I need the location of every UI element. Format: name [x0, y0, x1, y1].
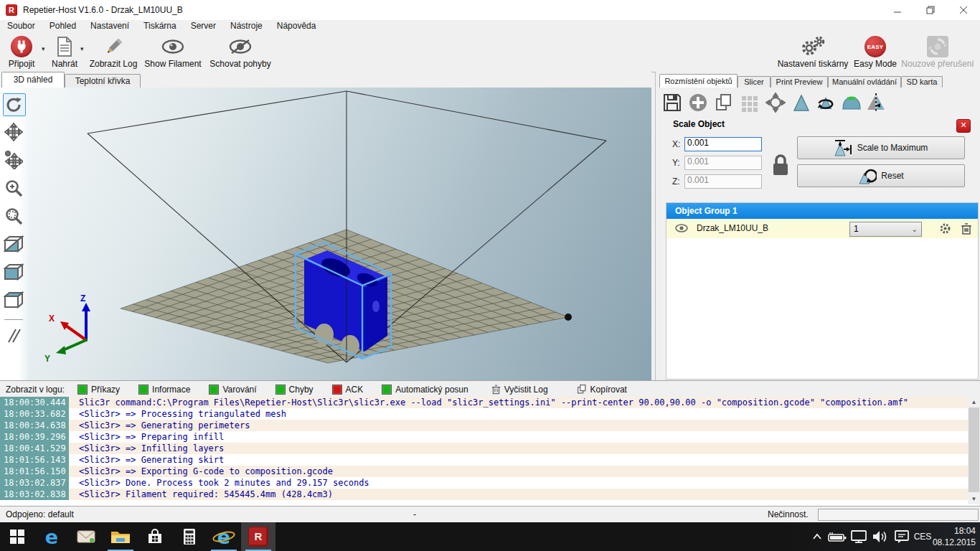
start-button[interactable] [0, 522, 34, 551]
show-filament-button[interactable]: Show Filament [142, 35, 204, 70]
log-filter-toggle[interactable]: Chyby [275, 385, 314, 395]
scroll-down-icon[interactable]: ▼ [968, 494, 980, 504]
restore-button[interactable] [914, 0, 947, 20]
log-filter-toggle[interactable]: ACK [332, 385, 364, 395]
taskbar-mail[interactable] [69, 522, 103, 551]
tab-slicer[interactable]: Slicer [738, 76, 771, 88]
load-dropdown-arrow[interactable]: ▾ [80, 45, 84, 52]
tray-clock[interactable]: 18:04 08.12.2015 [921, 525, 976, 548]
top-view-icon [4, 291, 24, 309]
menu-pohled[interactable]: Pohled [42, 20, 83, 32]
scrollbar-thumb[interactable] [969, 408, 979, 492]
tray-volume[interactable] [870, 522, 891, 551]
tab-print-preview[interactable]: Print Preview [771, 76, 828, 88]
scale-to-maximum-button[interactable]: Scale to Maximum [797, 136, 965, 159]
tab-temperature-curve[interactable]: Teplotní křivka [65, 74, 141, 88]
hide-travel-button[interactable]: Schovat pohyby [205, 35, 275, 70]
autoposition-button[interactable] [739, 92, 760, 113]
rotate-view-button[interactable] [3, 93, 26, 116]
parallel-projection-button[interactable] [3, 325, 24, 347]
move-object-button[interactable] [3, 149, 24, 171]
log-filter-toggle[interactable]: Informace [138, 385, 190, 395]
object-group-header[interactable]: Object Group 1 [666, 203, 978, 219]
object-delete-trash-icon[interactable] [961, 222, 972, 237]
taskbar-edge[interactable]: e [34, 522, 69, 551]
close-button[interactable] [947, 0, 980, 20]
scroll-up-icon[interactable]: ▲ [968, 397, 980, 408]
taskbar-repetier-host[interactable]: R [241, 522, 275, 551]
object-count-select[interactable]: 1 ⌄ [849, 222, 922, 237]
log-filter-toggle[interactable]: Varování [209, 385, 256, 395]
isometric-view-button[interactable] [3, 233, 24, 255]
taskbar-file-explorer[interactable] [103, 522, 138, 551]
filter-checkbox[interactable] [209, 385, 219, 395]
taskbar-internet-explorer[interactable]: e [207, 522, 241, 551]
menu-napoveda[interactable]: Nápověda [270, 20, 324, 32]
copy-icon [577, 384, 587, 395]
front-view-button[interactable] [3, 261, 24, 283]
scale-y-input[interactable]: 0.001 [684, 156, 762, 170]
load-button[interactable]: Nahrát [47, 35, 82, 70]
menu-soubor[interactable]: Soubor [0, 20, 42, 32]
log-scrollbar[interactable]: ▲ ▼ [968, 397, 980, 504]
log-message: Slic3r command:C:\Program Files\Repetier… [79, 397, 908, 408]
tab-object-placement[interactable]: Rozmístění objektů [659, 74, 738, 88]
menu-tiskarna[interactable]: Tiskárna [136, 20, 184, 32]
object-visibility-eye-icon[interactable] [675, 223, 688, 236]
filter-checkbox[interactable] [382, 385, 392, 395]
save-button[interactable] [661, 92, 683, 113]
add-object-button[interactable] [687, 92, 709, 113]
axis-x-label: X [49, 314, 55, 324]
log-timestamp: 18:01:56.143 [0, 454, 69, 466]
easy-mode-button[interactable]: EASY Easy Mode [854, 35, 897, 70]
taskbar-store[interactable] [138, 522, 172, 551]
log-filter-toggle[interactable]: Automatický posun [382, 385, 468, 395]
tab-3d-view[interactable]: 3D náhled [1, 72, 65, 88]
printer-settings-button[interactable]: Nastavení tiskárny [776, 35, 849, 70]
plug-icon [11, 36, 32, 57]
connect-dropdown-arrow[interactable]: ▾ [42, 45, 45, 52]
restore-icon [926, 6, 935, 14]
tray-battery[interactable] [826, 522, 848, 551]
clear-log-button[interactable]: Vyčistit Log [491, 384, 548, 395]
tab-sd-card[interactable]: SD karta [901, 76, 943, 88]
filter-checkbox[interactable] [275, 385, 286, 395]
center-object-button[interactable] [765, 92, 786, 113]
tray-chevron[interactable] [808, 522, 826, 551]
fit-view-button[interactable] [3, 205, 24, 227]
tray-action-center[interactable] [891, 522, 913, 551]
rotate-object-button[interactable] [815, 92, 837, 113]
minimize-button[interactable] [881, 0, 914, 20]
lay-flat-button[interactable] [841, 92, 862, 113]
filter-checkbox[interactable] [138, 385, 149, 395]
taskbar-calculator[interactable] [172, 522, 207, 551]
scale-panel-close-button[interactable]: ✕ [956, 119, 971, 133]
connect-button[interactable]: Připojit [1, 35, 42, 70]
lock-aspect-button[interactable] [771, 152, 791, 181]
mirror-object-button[interactable] [865, 92, 887, 113]
filter-checkbox[interactable] [77, 385, 88, 395]
zoom-in-button[interactable] [3, 177, 24, 199]
toggle-log-button[interactable]: Zobrazit Log [86, 35, 141, 70]
menu-nastaveni[interactable]: Nastavení [83, 20, 136, 32]
tab-manual-control[interactable]: Manuální ovládání [828, 76, 901, 88]
action-center-icon [895, 530, 909, 544]
scale-reset-button[interactable]: Reset [797, 164, 965, 187]
log-filter-toggle[interactable]: Příkazy [77, 385, 120, 395]
menu-server[interactable]: Server [184, 20, 223, 32]
move-view-button[interactable] [3, 121, 24, 143]
lock-icon [771, 152, 791, 178]
filter-checkbox[interactable] [332, 385, 342, 395]
scale-object-button[interactable] [791, 92, 812, 113]
menu-nastroje[interactable]: Nástroje [223, 20, 270, 32]
top-view-button[interactable] [3, 289, 24, 311]
menu-bar: Soubor Pohled Nastavení Tiskárna Server … [0, 20, 980, 32]
object-row[interactable]: Drzak_LM10UU_B 1 ⌄ [666, 219, 978, 238]
copy-object-button[interactable] [713, 92, 735, 113]
object-settings-gear-icon[interactable] [939, 222, 951, 237]
scale-x-input[interactable]: 0.001 [684, 137, 762, 151]
copy-log-button[interactable]: Kopírovat [577, 384, 627, 395]
tray-network[interactable] [848, 522, 870, 551]
scale-z-input[interactable]: 0.001 [684, 174, 762, 189]
viewport-3d[interactable]: Z X Y [0, 88, 651, 380]
